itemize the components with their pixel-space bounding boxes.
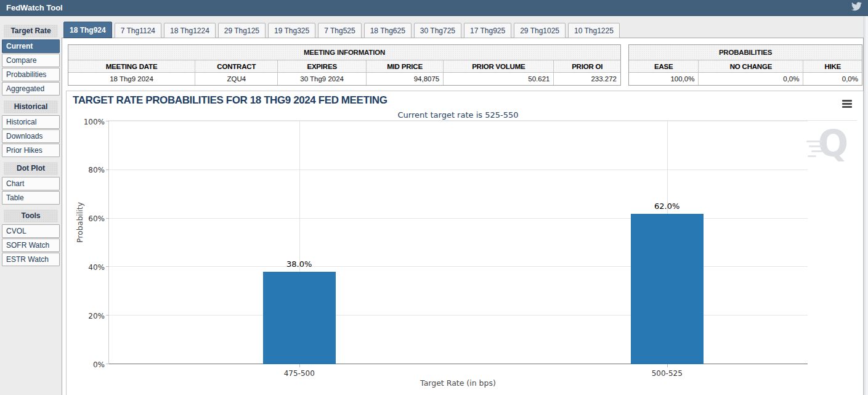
cell-value-no-change: 0,0%	[699, 73, 803, 85]
table-row: MEETING DATECONTRACTEXPIRESMID PRICEPRIO…	[68, 60, 620, 73]
tab-18-thg924[interactable]: 18 Thg924	[63, 22, 112, 38]
chart-title: TARGET RATE PROBABILITIES FOR 18 THG9 20…	[73, 94, 387, 107]
sidebar-item-sofr-watch[interactable]: SOFR Watch	[2, 238, 60, 252]
cell-value-prior-oi: 233.272	[554, 73, 620, 85]
y-tick-mark	[106, 218, 109, 219]
x-tick-label: 500-525	[652, 369, 683, 378]
sidebar-section-header-historical: Historical	[4, 100, 58, 113]
table-title: MEETING INFORMATION	[68, 45, 620, 60]
table-row: 100,0%0,0%0,0%	[629, 73, 862, 85]
tab-29-thg125[interactable]: 29 Thg125	[218, 23, 266, 38]
top-bar: FedWatch Tool	[0, 0, 868, 16]
bar-475-500[interactable]	[263, 272, 336, 364]
sidebar-item-chart[interactable]: Chart	[2, 177, 60, 190]
probabilities-table: PROBABILITIESEASENO CHANGEHIKE100,0%0,0%…	[628, 44, 862, 86]
tab-17-thg925[interactable]: 17 Thg925	[464, 23, 511, 38]
tab-29-thg1025[interactable]: 29 Thg1025	[514, 23, 566, 38]
tab-7-thg525[interactable]: 7 Thg525	[318, 23, 362, 38]
sidebar-item-current[interactable]: Current	[2, 39, 60, 53]
sidebar: Target RateCurrentCompareProbabilitiesAg…	[2, 20, 60, 267]
x-axis-label: Target Rate (in bps)	[108, 378, 808, 388]
column-header-expires: EXPIRES	[278, 60, 366, 73]
table-title: PROBABILITIES	[629, 45, 862, 60]
meeting-tabs: 18 Thg9247 Thg112418 Thg122429 Thg12519 …	[63, 22, 620, 38]
cell-value-prior-volume: 50.621	[444, 73, 554, 85]
column-header-hike: HIKE	[803, 60, 862, 73]
y-tick-label: 80%	[88, 166, 105, 174]
y-tick-mark	[106, 121, 109, 121]
sidebar-item-downloads[interactable]: Downloads	[2, 129, 60, 143]
y-tick-mark	[106, 266, 109, 267]
sidebar-item-prior-hikes[interactable]: Prior Hikes	[2, 144, 60, 157]
y-tick-label: 40%	[88, 263, 105, 272]
tab-30-thg725[interactable]: 30 Thg725	[414, 23, 461, 38]
column-header-ease: EASE	[629, 60, 699, 73]
sidebar-section-header-tools: Tools	[4, 210, 58, 222]
column-header-contract: CONTRACT	[195, 60, 278, 73]
tab-19-thg325[interactable]: 19 Thg325	[268, 23, 315, 38]
plot-area: 0%20%40%60%80%100%38.0%475-50062.0%500-5…	[108, 121, 808, 364]
y-tick-label: 60%	[88, 214, 105, 223]
sidebar-item-compare[interactable]: Compare	[2, 54, 60, 67]
cell-value-meeting-date: 18 Thg9 2024	[68, 73, 195, 85]
cell-value-mid-price: 94,8075	[367, 73, 444, 85]
cell-value-expires: 30 Thg9 2024	[278, 73, 366, 85]
sidebar-section-header-target-rate: Target Rate	[4, 25, 58, 38]
table-row: EASENO CHANGEHIKE	[629, 60, 862, 73]
tab-18-thg1224[interactable]: 18 Thg1224	[164, 23, 216, 38]
chart-panel: TARGET RATE PROBABILITIES FOR 18 THG9 20…	[66, 91, 864, 395]
y-axis-label: Probability	[75, 202, 84, 243]
column-header-mid-price: MID PRICE	[367, 60, 444, 73]
cell-value-hike: 0,0%	[803, 73, 862, 85]
column-header-no-change: NO CHANGE	[699, 60, 803, 73]
app-title: FedWatch Tool	[6, 3, 63, 12]
tab-10-thg1225[interactable]: 10 Thg1225	[568, 23, 620, 38]
sidebar-section-header-dot-plot: Dot Plot	[4, 162, 58, 175]
gridline	[109, 169, 808, 170]
gridline	[109, 121, 808, 121]
vertical-scrollbar[interactable]	[864, 16, 868, 395]
column-header-meeting-date: MEETING DATE	[68, 60, 195, 73]
sidebar-item-estr-watch[interactable]: ESTR Watch	[2, 253, 60, 266]
y-tick-label: 20%	[88, 312, 105, 320]
x-tick-mark	[299, 364, 300, 367]
sidebar-item-aggregated[interactable]: Aggregated	[2, 82, 60, 96]
twitter-icon[interactable]	[851, 2, 862, 14]
sidebar-item-historical[interactable]: Historical	[2, 115, 60, 129]
column-header-prior-volume: PRIOR VOLUME	[444, 60, 554, 73]
tab-18-thg625[interactable]: 18 Thg625	[364, 23, 412, 38]
meeting-information-table: MEETING INFORMATIONMEETING DATECONTRACTE…	[68, 44, 621, 86]
sidebar-item-cvol[interactable]: CVOL	[2, 224, 60, 238]
tab-7-thg1124[interactable]: 7 Thg1124	[115, 23, 161, 38]
bar-500-525[interactable]	[631, 214, 704, 364]
y-tick-mark	[106, 315, 109, 316]
cell-value-contract: ZQU4	[195, 73, 278, 85]
cell-value-ease: 100,0%	[629, 73, 699, 85]
hamburger-menu-icon[interactable]	[842, 100, 852, 109]
y-tick-mark	[106, 169, 109, 170]
y-tick-label: 100%	[84, 118, 105, 126]
y-tick-mark	[106, 364, 109, 364]
y-tick-label: 0%	[93, 360, 105, 369]
table-row: 18 Thg9 2024ZQU430 Thg9 202494,807550.62…	[68, 73, 620, 85]
sidebar-item-table[interactable]: Table	[2, 191, 60, 205]
sidebar-item-probabilities[interactable]: Probabilities	[2, 68, 60, 81]
column-header-prior-oi: PRIOR OI	[554, 60, 620, 73]
x-tick-label: 475-500	[284, 369, 315, 378]
bar-value-label: 38.0%	[286, 259, 312, 269]
bar-value-label: 62.0%	[654, 202, 679, 211]
chart-subtitle: Current target rate is 525-550	[108, 110, 808, 120]
x-tick-mark	[667, 364, 668, 367]
quikstrike-q-watermark: Q	[806, 123, 850, 169]
